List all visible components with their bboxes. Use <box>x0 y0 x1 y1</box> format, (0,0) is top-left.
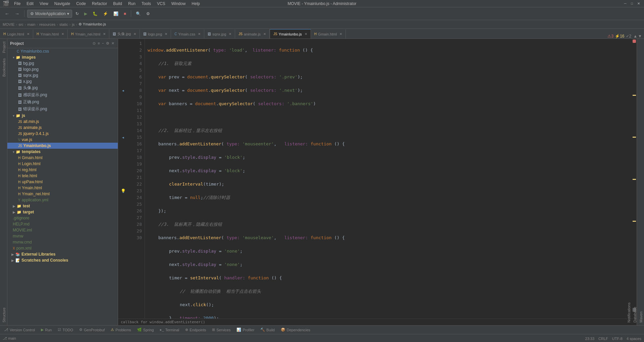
tree-item-ymainlunbo[interactable]: JS Ymainlunbo.js <box>7 143 118 149</box>
tree-item[interactable]: HELP.md <box>7 221 118 227</box>
tree-item[interactable]: H reg.html <box>7 167 118 173</box>
tree-item[interactable]: H tele.html <box>7 173 118 179</box>
bottom-btn-services[interactable]: ⊞ Services <box>209 327 233 333</box>
tab-ymainlunbo-js[interactable]: JS Ymainlunbo.js ✕ <box>270 29 311 39</box>
tree-item[interactable]: 🖼 x.jpg <box>7 78 118 84</box>
tab-ymain-nei-html[interactable]: H Ymain_nei.html ✕ <box>68 29 109 39</box>
tab-close[interactable]: ✕ <box>165 32 167 36</box>
toolbar-navigate-forward[interactable]: → <box>13 10 21 18</box>
toolbar-stop-btn[interactable]: ■ <box>122 10 128 17</box>
breadcrumb-js[interactable]: js <box>72 22 74 26</box>
tree-item-test-folder[interactable]: ▶ 📁 test <box>7 203 118 209</box>
left-tab-structure[interactable]: Structure <box>0 305 7 325</box>
toolbar-sync[interactable]: ↻ <box>73 10 81 17</box>
far-right-tab-notifications[interactable]: Notifications <box>626 300 632 325</box>
toolbar-run-btn[interactable]: ▶ <box>82 10 89 17</box>
bottom-btn-build[interactable]: 🔨 Build <box>258 327 277 333</box>
toolbar-search[interactable]: 🔍 <box>134 10 143 17</box>
tree-item[interactable]: 🖼 头像.jpg <box>7 84 118 91</box>
bottom-btn-dependencies[interactable]: 📦 Dependencies <box>278 327 313 333</box>
tree-item[interactable]: H Ymain_nei.html <box>7 191 118 197</box>
tab-ymain-html[interactable]: H Ymain.html ✕ <box>33 29 68 39</box>
menu-file[interactable]: File <box>11 1 23 7</box>
bottom-btn-version-control[interactable]: ⎇ Version Control <box>1 327 38 333</box>
breadcrumb-static[interactable]: static <box>59 22 68 26</box>
tree-item[interactable]: C Ymainlunbo.css <box>7 48 118 54</box>
chevron-down[interactable]: ▼ <box>638 34 642 39</box>
menu-edit[interactable]: Edit <box>24 1 36 7</box>
breadcrumb-movie[interactable]: MOVIE <box>3 22 14 26</box>
tab-close[interactable]: ✕ <box>61 32 64 36</box>
tree-item[interactable]: 🖼 正确.png <box>7 98 118 106</box>
tree-item[interactable]: 🖼 错误提示.png <box>7 106 118 113</box>
toolbar-coverage-btn[interactable]: ⚡ <box>101 10 110 17</box>
panel-collapse-btn[interactable]: − <box>101 41 105 46</box>
bottom-btn-profiler[interactable]: 📊 Profiler <box>234 327 257 333</box>
tab-logo-png[interactable]: 🖼 logo.png ✕ <box>140 29 171 39</box>
tab-close[interactable]: ✕ <box>305 32 307 36</box>
tab-close[interactable]: ✕ <box>27 32 30 36</box>
menu-tools[interactable]: Tools <box>139 1 154 7</box>
far-right-tab-maven[interactable]: Maven <box>638 39 644 325</box>
toolbar-debug-btn[interactable]: 🐛 <box>91 10 100 17</box>
bottom-btn-endpoints[interactable]: ⊕ Endpoints <box>182 327 209 333</box>
tab-close[interactable]: ✕ <box>229 32 231 36</box>
tab-close[interactable]: ✕ <box>103 32 106 36</box>
menu-build[interactable]: Build <box>110 1 125 7</box>
tree-item[interactable]: JS all.min.js <box>7 119 118 125</box>
tree-item[interactable]: JS jquery-3.4.1.js <box>7 131 118 137</box>
panel-scope-btn[interactable]: ⊙ <box>92 41 96 46</box>
minimize-button[interactable]: ─ <box>623 1 628 6</box>
menu-run[interactable]: Run <box>125 1 138 7</box>
tab-sqnx-jpg[interactable]: 🖼 sqnx.jpg ✕ <box>204 29 235 39</box>
bottom-btn-run[interactable]: ▶ Run <box>38 327 54 333</box>
tree-item[interactable]: 🖼 bg.jpg <box>7 60 118 66</box>
toolbar-profile-btn[interactable]: 📊 <box>111 10 120 17</box>
tree-item[interactable]: .gitignore <box>7 215 118 221</box>
tab-close[interactable]: ✕ <box>133 32 136 36</box>
menu-view[interactable]: View <box>37 1 51 7</box>
panel-expand-btn[interactable]: ≡ <box>97 41 100 46</box>
bottom-btn-problems[interactable]: ⚠ Problems <box>108 327 133 333</box>
menu-help[interactable]: Help <box>189 1 203 7</box>
tab-animate-js[interactable]: JS animate.js ✕ <box>235 29 270 39</box>
menu-window[interactable]: Window <box>169 1 189 7</box>
tree-item-images-folder[interactable]: ▾ 📁 images <box>7 54 118 60</box>
breadcrumb-main[interactable]: main <box>27 22 35 26</box>
tree-item[interactable]: H Ymain.html <box>7 185 118 191</box>
close-button[interactable]: ✕ <box>636 1 641 6</box>
tree-item-scratches[interactable]: ▶ 📝 Scratches and Consoles <box>7 257 118 263</box>
menu-code[interactable]: Code <box>73 1 89 7</box>
panel-settings-btn[interactable]: ⚙ <box>105 41 110 46</box>
toolbar-navigate-back[interactable]: ← <box>3 10 11 18</box>
breadcrumb-src[interactable]: src <box>18 22 23 26</box>
tree-item[interactable]: MOVIE.iml <box>7 227 118 233</box>
bottom-btn-terminal[interactable]: ▸_ Terminal <box>157 327 182 333</box>
tree-item-target-folder[interactable]: ▶ 📁 target <box>7 209 118 215</box>
tree-item-pomxml[interactable]: X pom.xml <box>7 245 118 251</box>
menu-vcs[interactable]: VCS <box>154 1 168 7</box>
tree-item[interactable]: 🖼 sqnx.jpg <box>7 72 118 78</box>
tab-login-html[interactable]: H Login.html ✕ <box>0 29 33 39</box>
tab-close[interactable]: ✕ <box>263 32 266 36</box>
tree-item[interactable]: H Gmain.html <box>7 155 118 161</box>
tree-item[interactable]: JS animate.js <box>7 125 118 131</box>
menu-navigate[interactable]: Navigate <box>52 1 73 7</box>
run-config-dropdown[interactable]: ⚙ MovieApplication ▾ <box>27 10 72 18</box>
tree-item[interactable]: H upPaw.html <box>7 179 118 185</box>
bottom-btn-todo[interactable]: ☑ TODO <box>55 327 76 333</box>
tree-item[interactable]: H Login.html <box>7 161 118 167</box>
chevron-up[interactable]: ▲ <box>633 34 637 39</box>
tree-item[interactable]: mvnw <box>7 233 118 239</box>
bottom-btn-spring[interactable]: 🌿 Spring <box>135 327 157 333</box>
tree-item[interactable]: 🖼 感叹提示.png <box>7 91 118 98</box>
tree-item-js-folder[interactable]: ▾ 📁 js <box>7 113 118 119</box>
tree-item-external-libs[interactable]: ▶ 📚 External Libraries <box>7 251 118 257</box>
toolbar-settings[interactable]: ⚙ <box>144 10 152 17</box>
code-editor[interactable]: window.addEventListener( type: 'load', l… <box>145 39 632 319</box>
panel-close-btn[interactable]: ✕ <box>111 41 115 46</box>
tree-item[interactable]: V vue.js <box>7 137 118 143</box>
tab-close[interactable]: ✕ <box>339 32 342 36</box>
menu-refactor[interactable]: Refactor <box>89 1 110 7</box>
tree-item[interactable]: 🖼 logo.png <box>7 66 118 72</box>
